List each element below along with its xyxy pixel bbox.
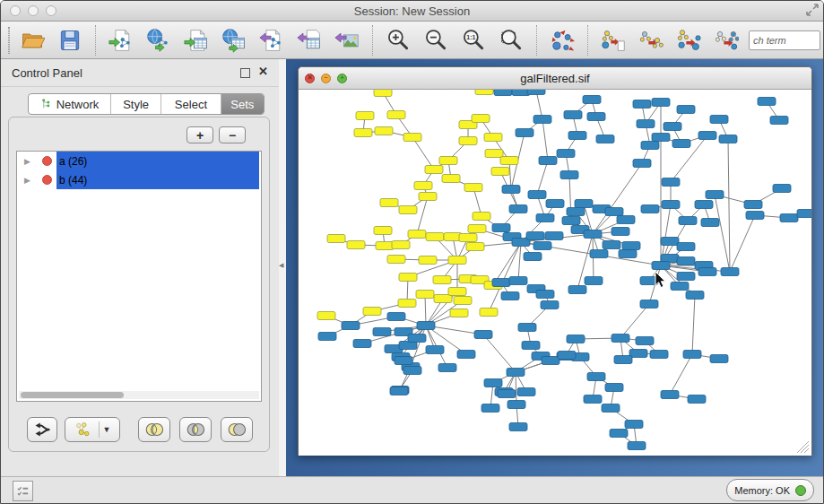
graph-node[interactable]	[558, 352, 576, 360]
graph-node[interactable]	[652, 134, 670, 142]
graph-node[interactable]	[628, 442, 646, 450]
graph-node[interactable]	[539, 157, 557, 165]
window-titlebar[interactable]: Session: New Session	[1, 1, 823, 22]
graph-node[interactable]	[485, 150, 503, 158]
graph-node[interactable]	[408, 335, 426, 343]
graph-node[interactable]	[517, 388, 535, 396]
graph-node[interactable]	[484, 379, 502, 387]
graph-node[interactable]	[426, 346, 444, 354]
graph-node[interactable]	[419, 193, 437, 201]
graph-node[interactable]	[390, 387, 408, 395]
graph-node[interactable]	[353, 340, 371, 348]
graph-node[interactable]	[679, 217, 697, 225]
memory-status-button[interactable]: Memory: OK	[726, 479, 814, 501]
export-network-button[interactable]	[257, 26, 286, 55]
graph-node[interactable]	[317, 312, 335, 320]
graph-node[interactable]	[611, 228, 629, 236]
graph-node[interactable]	[533, 242, 551, 250]
resize-grip-icon[interactable]	[797, 441, 809, 453]
graph-node[interactable]	[318, 333, 336, 341]
graph-node[interactable]	[533, 116, 551, 124]
save-session-button[interactable]	[56, 26, 84, 55]
graph-node[interactable]	[661, 238, 679, 246]
graph-node[interactable]	[526, 232, 544, 240]
graph-node[interactable]	[677, 273, 695, 281]
union-sets-button[interactable]	[138, 417, 170, 442]
graph-node[interactable]	[507, 369, 525, 377]
remove-set-button[interactable]: −	[219, 126, 246, 143]
graph-node[interactable]	[425, 166, 443, 174]
panel-splitter[interactable]: ◀	[279, 59, 286, 476]
graph-node[interactable]	[583, 96, 601, 104]
graph-node[interactable]	[387, 256, 405, 264]
zoom-out-button[interactable]	[421, 26, 450, 55]
graph-node[interactable]	[399, 206, 417, 214]
tab-style[interactable]: Style	[111, 94, 161, 114]
graph-node[interactable]	[376, 242, 394, 250]
graph-node[interactable]	[454, 297, 472, 305]
graph-node[interactable]	[617, 216, 635, 224]
graph-node[interactable]	[568, 132, 586, 140]
graph-node[interactable]	[721, 268, 739, 276]
graph-node[interactable]	[481, 404, 499, 413]
float-panel-icon[interactable]	[240, 68, 250, 78]
graph-node[interactable]	[414, 182, 432, 190]
fullscreen-icon[interactable]	[805, 3, 820, 17]
graph-node[interactable]	[567, 208, 585, 216]
graph-node[interactable]	[587, 113, 605, 121]
toolbar-grip[interactable]	[8, 27, 10, 54]
new-network-from-selection-button[interactable]	[599, 26, 628, 55]
tab-select[interactable]: Select	[161, 94, 221, 114]
graph-node[interactable]	[614, 356, 632, 364]
graph-node[interactable]	[625, 421, 643, 429]
graph-node[interactable]	[541, 301, 559, 309]
deselect-all-nodes-button[interactable]	[712, 26, 741, 55]
select-all-nodes-button[interactable]	[674, 26, 703, 55]
zoom-fit-selected-button[interactable]	[497, 26, 525, 55]
graph-node[interactable]	[518, 324, 536, 332]
graph-node[interactable]	[596, 135, 614, 143]
graph-node[interactable]	[546, 200, 564, 208]
graph-node[interactable]	[472, 115, 490, 123]
graph-node[interactable]	[522, 342, 540, 350]
graph-node[interactable]	[524, 253, 542, 261]
graph-node[interactable]	[387, 111, 405, 119]
graph-node[interactable]	[374, 227, 392, 235]
graph-node[interactable]	[637, 120, 655, 128]
apply-layout-button[interactable]	[548, 26, 577, 55]
tab-sets[interactable]: Sets	[221, 94, 264, 114]
tab-network[interactable]: Network	[29, 94, 111, 114]
graph-node[interactable]	[568, 286, 586, 294]
network-window[interactable]: ✕ − + galFiltered.sif	[298, 66, 812, 456]
graph-node[interactable]	[710, 355, 728, 363]
graph-node[interactable]	[758, 98, 776, 106]
graph-node[interactable]	[380, 199, 398, 207]
graph-node[interactable]	[688, 395, 706, 404]
graph-node[interactable]	[509, 205, 527, 213]
graph-node[interactable]	[662, 178, 680, 187]
zoom-in-button[interactable]	[384, 26, 412, 55]
graph-node[interactable]	[417, 322, 435, 330]
graph-node[interactable]	[744, 201, 762, 209]
graph-node[interactable]	[557, 150, 575, 158]
graph-node[interactable]	[677, 257, 695, 265]
graph-node[interactable]	[509, 277, 527, 285]
graph-node[interactable]	[342, 322, 360, 330]
graph-node[interactable]	[498, 390, 516, 398]
graph-node[interactable]	[542, 357, 559, 365]
graph-node[interactable]	[464, 184, 482, 192]
graph-node[interactable]	[536, 214, 554, 222]
network-window-titlebar[interactable]: ✕ − + galFiltered.sif	[299, 67, 811, 90]
export-table-button[interactable]	[295, 26, 324, 55]
collapse-panel-icon[interactable]: ◀	[279, 262, 283, 269]
graph-node[interactable]	[677, 243, 695, 251]
graph-node[interactable]	[509, 423, 527, 431]
graph-node[interactable]	[701, 219, 719, 227]
select-first-neighbors-button[interactable]	[637, 26, 665, 55]
import-table-url-button[interactable]	[220, 26, 248, 55]
close-panel-icon[interactable]: ✕	[258, 65, 268, 77]
export-image-button[interactable]	[333, 26, 361, 55]
graph-node[interactable]	[545, 232, 563, 240]
graph-node[interactable]	[585, 277, 603, 285]
graph-node[interactable]	[426, 233, 444, 241]
